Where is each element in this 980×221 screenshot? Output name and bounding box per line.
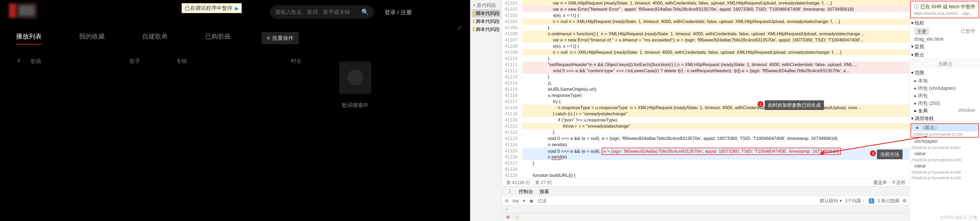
debug-pause-badge: 已在调试程序中暂停 ▶	[181, 3, 242, 13]
js-icon: S	[473, 27, 475, 32]
paused-url: https://music.91q.com/v1…sign=f95eeec824…	[912, 10, 977, 16]
editor-status-line: 第 41126 行，第 27 列 覆盖率：不适用	[502, 179, 909, 186]
annotation-tooltip-1: 此时的加密参数已经生成	[765, 100, 824, 110]
search-input[interactable]	[275, 9, 361, 15]
scope-closure[interactable]: ▸ 闭包 (250)	[910, 99, 980, 107]
col-artist: 歌手	[130, 58, 176, 65]
music-app-panel: 已在调试程序中暂停 ▶ 🔍 登录 / 注册 ⤢ 播放列表 我的收藏 自建歌单 已…	[0, 0, 470, 221]
thread-file[interactable]: drag_ele.html	[910, 36, 980, 43]
tab-console[interactable]: 控制台	[516, 187, 536, 195]
song-list-header: # 歌曲 歌手 专辑 时长	[18, 58, 318, 65]
thread-paused-tag: 已暂停	[961, 28, 975, 35]
callstack-frame-loc: 25bd834.js:formatted:41126	[911, 131, 978, 137]
snippet-item[interactable]: S脚本代码段	[471, 26, 501, 34]
cursor-position: 第 41126 行，第 27 列	[506, 179, 552, 186]
hidden-count[interactable]: 3 条已隐藏	[877, 198, 899, 204]
tab-custom-list[interactable]: 自建歌单	[142, 32, 168, 45]
play-icon[interactable]: ▶	[235, 5, 239, 11]
callstack-frame-current[interactable]: ● （匿名）	[911, 124, 978, 131]
callstack-current-frame-box: ● （匿名） 25bd834.js:formatted:41126	[910, 123, 979, 138]
coverage-status: 覆盖率：不适用	[873, 179, 905, 186]
pause-badge-text: 已在调试程序中暂停	[185, 5, 233, 12]
section-threads[interactable]: ▾ 线程	[910, 19, 980, 27]
scope-global[interactable]: ▸ 全局	[914, 107, 928, 114]
gear-icon[interactable]: ⚙	[902, 198, 907, 203]
tab-playlist[interactable]: 播放列表	[16, 32, 42, 45]
code-area: 4110141102411034110441105411064110741108…	[502, 0, 909, 221]
scope-local[interactable]: ▸ 本地	[910, 77, 980, 85]
clear-icon[interactable]: ⊘	[505, 198, 509, 203]
callstack-frame-loc: 25bd834.js:formatted:41067	[910, 145, 980, 151]
section-watch[interactable]: ▾ 监视	[910, 43, 980, 51]
watermark: CSDN @EXI-小洲	[941, 214, 977, 221]
code-scroll[interactable]: 4110141102411034110441105411064110741108…	[502, 0, 909, 179]
code-content[interactable]: var n = XMLHttpRequest {readyState: 1, t…	[520, 0, 909, 179]
snippets-file-tree: + 新代码段 S脚本代码段 S脚本代码段 S脚本代码段	[470, 0, 502, 221]
section-callstack[interactable]: ▾ 调用堆栈	[910, 115, 980, 123]
batch-action-button[interactable]: ≡ 批量操作	[262, 32, 299, 44]
callstack-frame[interactable]: value	[910, 163, 980, 169]
new-snippet-header[interactable]: + 新代码段	[471, 2, 501, 10]
paused-info-box: ⓘ已在 XHR 或 fetch 中暂停 https://music.91q.co…	[910, 1, 979, 18]
line-gutter: 4110141102411034110441105411064110741108…	[502, 0, 520, 179]
devtools-panel: + 新代码段 S脚本代码段 S脚本代码段 S脚本代码段 411014110241…	[470, 0, 980, 221]
col-index: #	[18, 58, 31, 65]
snippet-item[interactable]: S脚本代码段	[471, 10, 501, 18]
callstack-frame-loc: 25bd834.js:formatted:41429	[910, 157, 980, 163]
console-prompt[interactable]: ›	[502, 205, 909, 213]
lyric-area: 歌词搜索中	[302, 62, 409, 109]
callstack-frame[interactable]: xhrAdapter	[910, 138, 980, 145]
app-logo-blurred	[8, 3, 37, 19]
search-box[interactable]: 🔍	[270, 5, 374, 19]
list-icon: ≡	[267, 35, 270, 41]
issues-label: 1个问题：	[845, 198, 866, 204]
log-level-select[interactable]: 默认级别 ▾	[820, 198, 842, 204]
devtools-bottom-status: ⊗ ⚠	[502, 213, 909, 221]
annotation-badge-2: 2	[870, 151, 876, 156]
callstack-frame-loc: 25bd834.js:formatted:41455	[910, 175, 980, 181]
playlist-tabs: 播放列表 我的收藏 自建歌单 已购歌曲	[16, 32, 231, 45]
debugger-sidebar: ⓘ已在 XHR 或 fetch 中暂停 https://music.91q.co…	[909, 0, 980, 221]
search-icon[interactable]: 🔍	[361, 8, 369, 16]
issue-count-badge[interactable]: 1	[869, 198, 874, 203]
col-album: 专辑	[176, 58, 291, 65]
context-top[interactable]: top	[512, 198, 519, 203]
console-tabs: ⋮ 控制台 搜索	[502, 186, 909, 197]
lyric-searching-text: 歌词搜索中	[302, 102, 409, 109]
tab-favorites[interactable]: 我的收藏	[79, 32, 105, 45]
scope-closure[interactable]: ▸ 闭包	[910, 92, 980, 99]
no-breakpoints-msg: 无断点	[910, 59, 980, 69]
js-icon: S	[473, 11, 475, 16]
thread-main[interactable]: 主要	[914, 28, 929, 35]
callstack-frame-loc: 25bd834.js:formatted:41456	[910, 169, 980, 175]
tab-purchased[interactable]: 已购歌曲	[205, 32, 231, 45]
callstack-frame[interactable]: value	[910, 151, 980, 157]
console-drawer: ⋮ 控制台 搜索 ⊘ top▾ ◉ 默认级别 ▾ 1个问题： 1 3 条已隐藏 …	[502, 186, 909, 213]
eye-icon[interactable]: ◉	[530, 198, 533, 203]
annotation-tooltip-2: 当前方法	[877, 150, 902, 159]
tab-search[interactable]: 搜索	[537, 187, 552, 195]
error-icon[interactable]: ⊗	[506, 214, 510, 220]
col-song: 歌曲	[31, 58, 130, 65]
console-filter-input[interactable]	[538, 198, 559, 203]
avatar-placeholder	[339, 62, 371, 94]
js-icon: S	[473, 19, 475, 24]
expand-icon[interactable]: ⤢	[457, 24, 462, 32]
snippet-item[interactable]: S脚本代码段	[471, 18, 501, 26]
scope-closure[interactable]: ▸ 闭包 (xhrAdapter)	[910, 85, 980, 92]
section-scope[interactable]: ▾ 范围	[910, 69, 980, 77]
console-filter-bar: ⊘ top▾ ◉ 默认级别 ▾ 1个问题： 1 3 条已隐藏 ⚙	[502, 197, 909, 205]
warning-icon[interactable]: ⚠	[515, 214, 519, 220]
info-icon: ⓘ	[914, 3, 919, 10]
scope-window: Window	[958, 107, 975, 114]
settings-icon[interactable]: ⋮	[505, 187, 515, 195]
annotation-badge-1: 1	[757, 101, 764, 107]
section-breakpoints[interactable]: ▾ 断点	[910, 51, 980, 59]
login-register-link[interactable]: 登录 / 注册	[385, 8, 412, 16]
